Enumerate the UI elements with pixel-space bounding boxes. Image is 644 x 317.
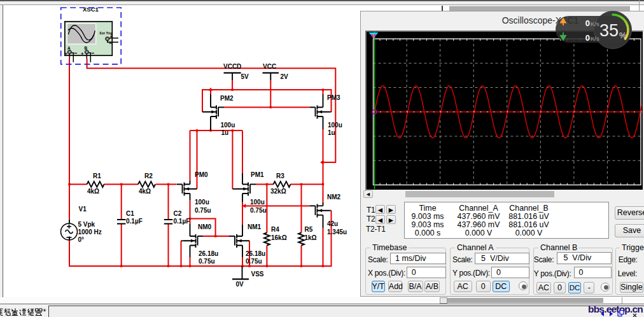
svg-text:4kΩ: 4kΩ [139, 188, 151, 195]
svg-text:0.75u: 0.75u [250, 207, 267, 214]
svg-text:35: 35 [599, 21, 619, 40]
svg-text:R3: R3 [276, 173, 284, 180]
svg-text:C1: C1 [126, 210, 134, 217]
svg-text:B: B [85, 46, 88, 50]
svg-text:K/s: K/s [591, 35, 599, 42]
svg-text:R4: R4 [271, 226, 279, 233]
svg-text:100u: 100u [221, 122, 235, 129]
svg-text:+: + [81, 52, 83, 56]
svg-text:NM0: NM0 [198, 223, 212, 230]
svg-text:0: 0 [585, 33, 590, 43]
svg-text:2V: 2V [281, 73, 289, 80]
svg-text:0.75u: 0.75u [195, 207, 211, 214]
svg-text:PM2: PM2 [220, 95, 234, 102]
svg-text:VCCD: VCCD [223, 63, 241, 70]
svg-text:5 Vpk: 5 Vpk [78, 221, 95, 228]
svg-text:R1: R1 [93, 173, 101, 180]
svg-text:VCC: VCC [263, 63, 276, 70]
svg-text:R5: R5 [305, 226, 313, 233]
svg-text:0.1µF: 0.1µF [126, 218, 143, 225]
svg-text:C2: C2 [174, 210, 182, 217]
svg-text:32kΩ: 32kΩ [270, 188, 286, 195]
svg-text:*: * [43, 307, 46, 316]
svg-text:0°: 0° [78, 236, 85, 243]
svg-text:VSS: VSS [251, 271, 264, 278]
svg-text:1u: 1u [221, 129, 229, 136]
svg-text:16kΩ: 16kΩ [271, 234, 287, 241]
svg-text:NM1: NM1 [248, 223, 262, 230]
svg-text:0V: 0V [236, 281, 244, 288]
svg-text:42u: 42u [327, 220, 338, 227]
svg-text:V1: V1 [79, 206, 87, 213]
svg-text:26.18u: 26.18u [246, 250, 265, 257]
svg-text:A: A [67, 46, 71, 50]
svg-text:4kΩ: 4kΩ [87, 188, 99, 195]
svg-text:%: % [619, 31, 627, 40]
svg-text:NM2: NM2 [327, 194, 341, 201]
svg-text:PM0: PM0 [195, 171, 208, 178]
svg-text:K/s: K/s [591, 20, 599, 27]
svg-text:+: + [65, 52, 67, 56]
svg-text:100u: 100u [250, 199, 265, 206]
svg-text:1u: 1u [328, 129, 335, 136]
svg-text:1kΩ: 1kΩ [305, 234, 317, 241]
svg-text:XSC1: XSC1 [83, 6, 99, 13]
svg-text:1: 1 [372, 34, 375, 38]
svg-text:1000 Hz: 1000 Hz [78, 229, 102, 236]
svg-text:0: 0 [585, 18, 590, 28]
svg-text:1.345u: 1.345u [327, 229, 347, 236]
svg-text:100u: 100u [195, 199, 209, 206]
svg-text:PM1: PM1 [251, 171, 264, 178]
svg-text:26.18u: 26.18u [199, 250, 218, 257]
svg-text:5V: 5V [241, 73, 249, 80]
svg-text:0.75u: 0.75u [246, 258, 262, 265]
svg-text:R2: R2 [144, 173, 153, 180]
svg-text:PM3: PM3 [327, 94, 340, 101]
svg-text:100u: 100u [328, 122, 342, 129]
svg-text:0.75u: 0.75u [199, 258, 215, 265]
svg-text:0.1µF: 0.1µF [174, 218, 190, 225]
